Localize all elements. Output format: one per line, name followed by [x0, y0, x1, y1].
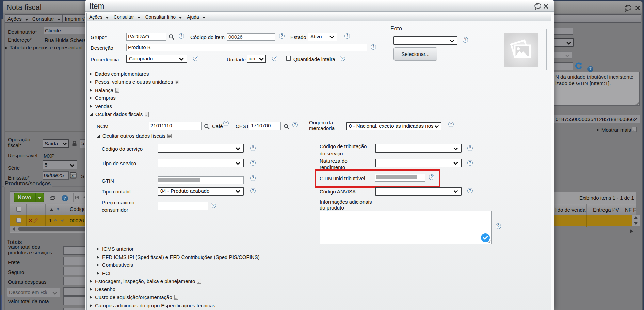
svg-text:8: 8	[72, 175, 74, 178]
